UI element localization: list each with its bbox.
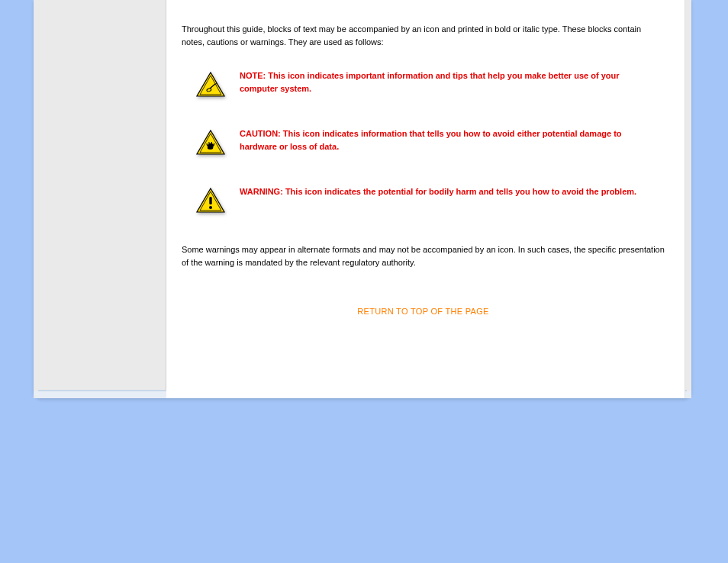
callout-warning-text: WARNING: This icon indicates the potenti…	[229, 185, 652, 198]
content-inner: Throughout this guide, blocks of text ma…	[166, 0, 685, 323]
callout-note: NOTE: This icon indicates important info…	[182, 69, 665, 100]
page-container: Throughout this guide, blocks of text ma…	[34, 0, 691, 398]
svg-rect-13	[209, 197, 211, 204]
svg-point-14	[209, 206, 212, 209]
intro-paragraph: Throughout this guide, blocks of text ma…	[182, 23, 665, 48]
page-columns: Throughout this guide, blocks of text ma…	[34, 0, 691, 398]
callout-warning: WARNING: This icon indicates the potenti…	[182, 185, 665, 216]
page-background: Throughout this guide, blocks of text ma…	[0, 0, 728, 563]
callout-caution: CAUTION: This icon indicates information…	[182, 127, 665, 158]
warning-triangle-icon	[195, 185, 229, 216]
sidebar-left	[34, 0, 166, 398]
footnote-paragraph: Some warnings may appear in alternate fo…	[182, 243, 665, 269]
callout-note-text: NOTE: This icon indicates important info…	[229, 69, 665, 95]
svg-rect-9	[211, 142, 212, 144]
note-triangle-icon	[195, 69, 229, 100]
callout-caution-text: CAUTION: This icon indicates information…	[229, 127, 665, 153]
caution-triangle-icon	[195, 127, 229, 158]
sidebar-right	[685, 0, 691, 398]
return-to-top-link[interactable]: RETURN TO TOP OF THE PAGE	[182, 307, 665, 316]
content-area: Throughout this guide, blocks of text ma…	[166, 0, 685, 398]
